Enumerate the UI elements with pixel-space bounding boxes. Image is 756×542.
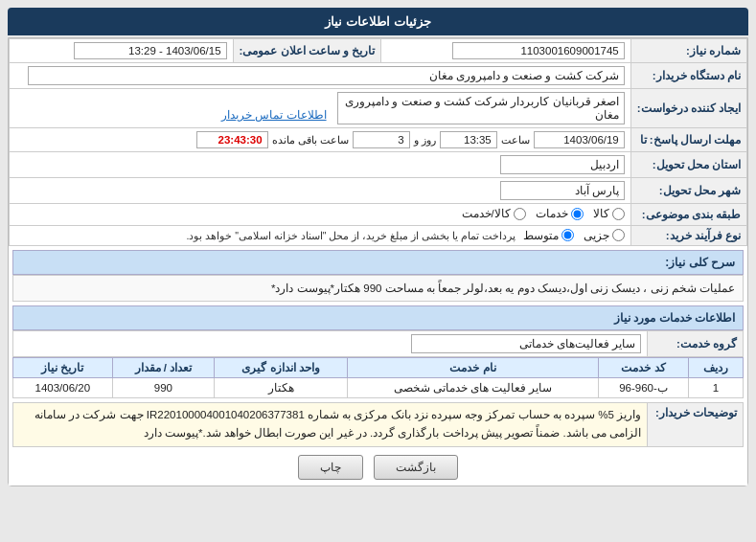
service-group-label: گروه خدمت: <box>648 330 744 356</box>
page-header: جزئیات اطلاعات نیاز <box>8 8 748 35</box>
response-day-label: روز و <box>414 134 436 147</box>
notes-value: واریز 5% سپرده به حساب تمرکز وجه سپرده ن… <box>13 402 648 446</box>
col-name: نام خدمت <box>347 357 598 377</box>
response-deadline-value: 1403/06/19 ساعت 13:35 روز و 3 ساعت باقی … <box>10 128 631 152</box>
response-days-box[interactable]: 3 <box>353 131 410 148</box>
date-value: 1403/06/15 - 13:29 <box>10 39 234 63</box>
button-row: بازگشت چاپ <box>9 447 747 486</box>
response-remaining-box[interactable]: 23:43:30 <box>196 131 268 148</box>
province-value: اردبیل <box>10 152 631 178</box>
date-label: تاریخ و ساعت اعلان عمومی: <box>233 39 381 63</box>
creator-label: ایجاد کننده درخواست: <box>630 89 746 128</box>
cell-code: ب-960-96 <box>599 377 688 397</box>
cell-quantity: 990 <box>112 377 215 397</box>
request-number-label: شماره نیاز: <box>630 39 746 63</box>
request-number-value: 1103001609001745 <box>381 39 631 63</box>
process-note: پرداخت تمام یا بخشی از مبلغ خرید، از محل… <box>186 230 515 241</box>
buyer-box[interactable]: شرکت کشت و صنعت و دامپروری مغان <box>28 66 625 85</box>
page-title: جزئیات اطلاعات نیاز <box>325 14 430 29</box>
col-qty: تعداد / مقدار <box>112 357 215 377</box>
response-time-box[interactable]: 13:35 <box>440 131 497 148</box>
process-label: نوع فرآیند خرید: <box>630 225 746 245</box>
creator-value: اصغر قربانیان کاربردار شرکت کشت و صنعت و… <box>10 89 631 128</box>
buyer-value: شرکت کشت و صنعت و دامپروری مغان <box>10 63 631 89</box>
service-group-box[interactable]: سایر فعالیت‌های خدماتی <box>411 334 641 353</box>
col-unit: واحد اندازه گیری <box>215 357 348 377</box>
col-code: کد خدمت <box>599 357 688 377</box>
col-row: ردیف <box>688 357 743 377</box>
info-table: شماره نیاز: 1103001609001745 تاریخ و ساع… <box>9 38 747 246</box>
response-date-box[interactable]: 1403/06/19 <box>534 131 625 148</box>
cell-name: سایر فعالیت های خدماتی شخصی <box>347 377 598 397</box>
category-khadamat-option[interactable]: خدمات <box>536 207 584 220</box>
table-row: 1ب-960-96سایر فعالیت های خدماتی شخصیهکتا… <box>13 377 744 397</box>
response-time-label: ساعت <box>501 134 530 147</box>
category-kala-option[interactable]: کالا <box>593 207 625 220</box>
service-info-header: اطلاعات خدمات مورد نیاز <box>12 305 744 330</box>
category-label: طبقه بندی موضوعی: <box>630 204 746 226</box>
category-kala-khadamat-option[interactable]: کالا/خدمت <box>462 207 526 220</box>
province-label: استان محل تحویل: <box>630 152 746 178</box>
description-header: سرح کلی نیاز: <box>12 250 744 275</box>
response-deadline-label: مهلت ارسال پاسخ: تا <box>630 128 746 152</box>
creator-link[interactable]: اطلاعات تماس خریدار <box>221 109 326 121</box>
response-remaining-label: ساعت باقی مانده <box>272 134 349 147</box>
request-number-box[interactable]: 1103001609001745 <box>452 42 625 59</box>
province-box[interactable]: اردبیل <box>500 155 625 174</box>
city-label: شهر محل تحویل: <box>630 178 746 204</box>
process-motavaset-option[interactable]: متوسط <box>523 229 574 242</box>
service-group-value: سایر فعالیت‌های خدماتی <box>13 330 648 356</box>
cell-row: 1 <box>688 377 743 397</box>
back-button[interactable]: بازگشت <box>374 455 458 480</box>
category-value: کالا خدمات کالا/خدمت <box>10 204 631 226</box>
city-value: پارس آباد <box>10 178 631 204</box>
notes-label: توضیحات خریدار: <box>648 402 744 446</box>
process-value: جزیی متوسط پرداخت تمام یا بخشی از مبلغ خ… <box>10 225 631 245</box>
print-button[interactable]: چاپ <box>298 455 363 480</box>
date-box[interactable]: 1403/06/15 - 13:29 <box>74 42 227 59</box>
description-content: عملیات شخم زنی ، دیسک زنی اول،دیسک دوم ی… <box>12 275 744 302</box>
buyer-label: نام دستگاه خریدار: <box>630 63 746 89</box>
cell-unit: هکتار <box>215 377 348 397</box>
creator-box[interactable]: اصغر قربانیان کاربردار شرکت کشت و صنعت و… <box>337 92 625 124</box>
city-box[interactable]: پارس آباد <box>500 181 625 200</box>
service-table: ردیف کد خدمت نام خدمت واحد اندازه گیری ت… <box>12 357 744 398</box>
process-jozvi-option[interactable]: جزیی <box>584 229 625 242</box>
cell-date: 1403/06/20 <box>13 377 113 397</box>
col-date: تاریخ نیاز <box>13 357 113 377</box>
